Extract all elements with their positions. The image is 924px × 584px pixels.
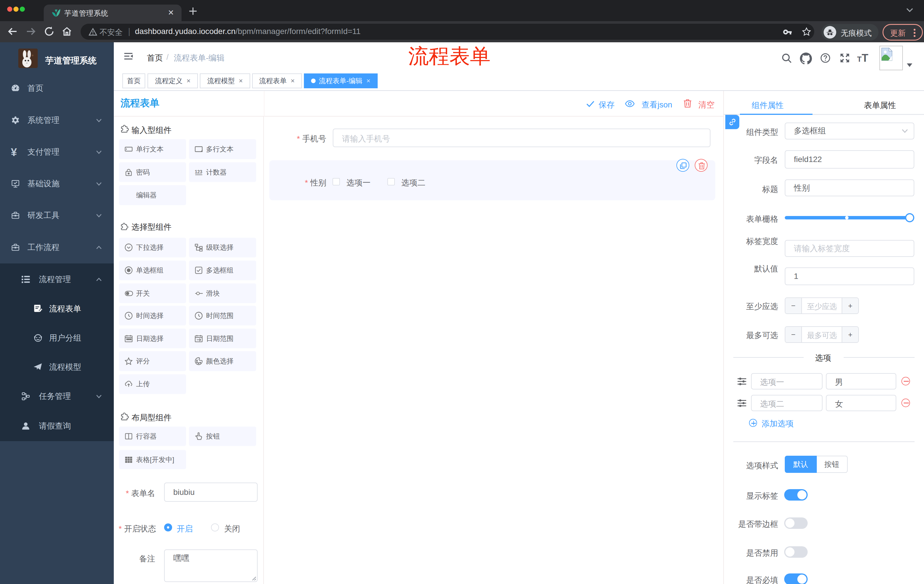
svg-text:123: 123 <box>195 169 202 174</box>
